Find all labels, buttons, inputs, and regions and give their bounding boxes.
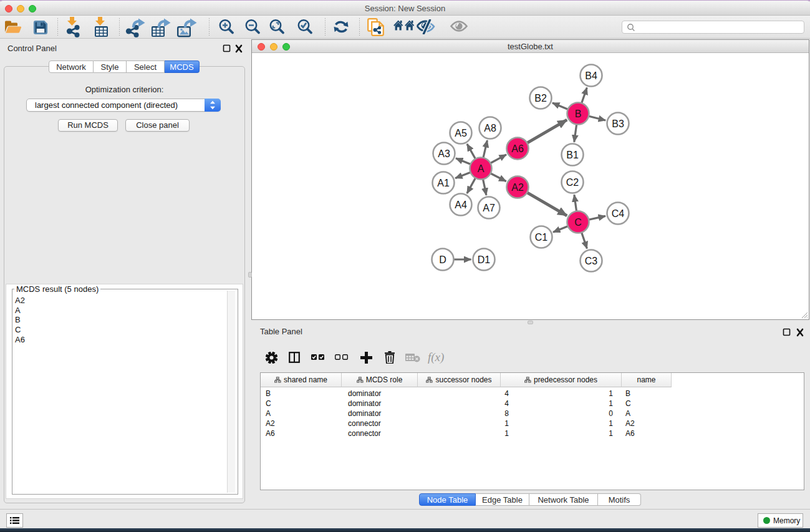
svg-text:B: B <box>575 109 582 119</box>
svg-text:C3: C3 <box>585 256 598 266</box>
svg-text:B1: B1 <box>566 150 579 160</box>
svg-text:A5: A5 <box>455 128 467 138</box>
svg-text:D1: D1 <box>478 254 491 265</box>
svg-text:A7: A7 <box>483 203 495 213</box>
svg-text:C1: C1 <box>535 232 548 243</box>
svg-text:B3: B3 <box>612 118 624 129</box>
svg-text:B2: B2 <box>534 93 547 104</box>
svg-text:A6: A6 <box>511 143 524 154</box>
svg-text:B4: B4 <box>585 70 597 81</box>
svg-text:A: A <box>478 163 485 174</box>
svg-text:A2: A2 <box>511 182 524 193</box>
svg-text:D: D <box>439 254 446 265</box>
svg-text:C: C <box>574 217 582 228</box>
svg-text:A8: A8 <box>484 123 496 133</box>
svg-text:A4: A4 <box>455 200 467 210</box>
svg-text:C2: C2 <box>566 177 579 188</box>
svg-text:A3: A3 <box>438 148 450 159</box>
svg-text:A1: A1 <box>437 178 450 188</box>
svg-text:C4: C4 <box>612 208 625 219</box>
